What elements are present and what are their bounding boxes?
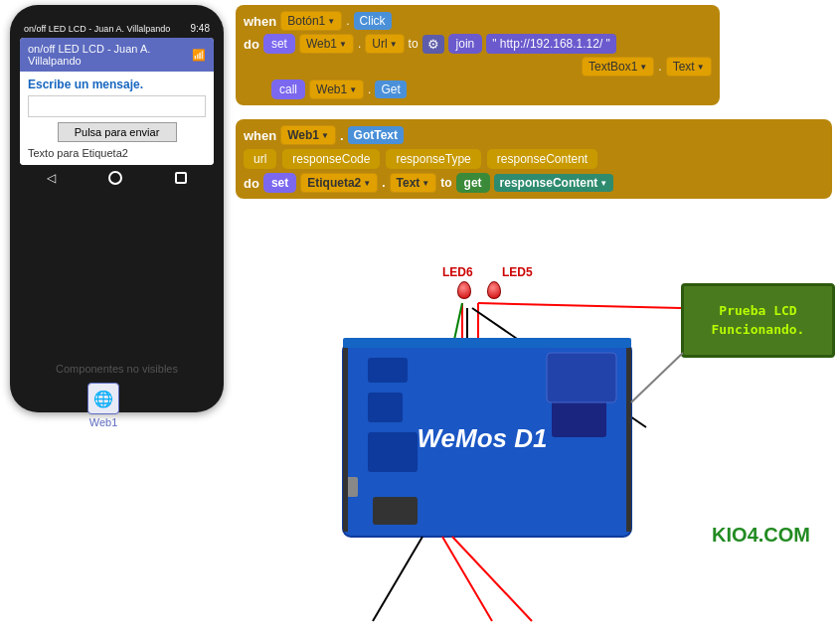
lcd-text-2: Funcionando. bbox=[712, 321, 805, 339]
web1-label: Web1 bbox=[89, 416, 118, 428]
phone-body: on/off LED LCD - Juan A. Villalpando 9:4… bbox=[10, 5, 224, 412]
gottext-container: when Web1 ▼ . GotText url responseCode r… bbox=[236, 119, 832, 199]
time-display: 9:48 bbox=[191, 23, 210, 34]
join-block: join bbox=[448, 34, 483, 54]
svg-line-21 bbox=[631, 353, 683, 402]
home-button[interactable] bbox=[108, 171, 122, 185]
svg-rect-12 bbox=[552, 383, 606, 437]
phone-screen: on/off LED LCD - Juan A. Villalpando 📶 E… bbox=[20, 38, 214, 165]
svg-rect-7 bbox=[343, 338, 631, 348]
block-row-set-url: do set Web1 ▼ . Url ▼ to ⚙ join " http:/… bbox=[244, 34, 712, 54]
response-content-get-pill[interactable]: responseContent ▼ bbox=[494, 174, 614, 192]
svg-line-5 bbox=[413, 303, 462, 532]
gottext-header: when Web1 ▼ . GotText bbox=[244, 125, 824, 145]
web1-pill-2[interactable]: Web1 ▼ bbox=[309, 79, 364, 99]
web1-arrow-3: ▼ bbox=[321, 131, 329, 140]
led6-label: LED6 bbox=[442, 265, 473, 279]
block-row-call: call Web1 ▼ . Get bbox=[271, 79, 712, 99]
response-code-pill: responseCode bbox=[282, 149, 380, 169]
message-textbox[interactable] bbox=[28, 95, 206, 117]
svg-rect-9 bbox=[368, 358, 408, 383]
set-block-1: set bbox=[263, 34, 295, 54]
svg-line-4 bbox=[472, 308, 646, 427]
text-pill-1[interactable]: Text ▼ bbox=[666, 57, 712, 77]
block-row-textbox: TextBox1 ▼ . Text ▼ bbox=[582, 57, 712, 77]
led5-label: LED5 bbox=[502, 265, 533, 279]
svg-text:WeMos D1: WeMos D1 bbox=[418, 423, 548, 453]
svg-rect-14 bbox=[343, 477, 358, 497]
phone-app-bar: on/off LED LCD - Juan A. Villalpando 📶 bbox=[20, 38, 214, 72]
etiqueta2-label: Texto para Etiqueta2 bbox=[28, 147, 206, 159]
svg-line-19 bbox=[442, 537, 492, 621]
led5-indicator bbox=[487, 281, 501, 299]
block-group-click: when Botón1 ▼ . Click do set Web1 ▼ . Ur… bbox=[236, 5, 720, 105]
text-arrow-2: ▼ bbox=[421, 179, 429, 188]
kio4-label: KIO4.COM bbox=[712, 524, 810, 547]
svg-rect-13 bbox=[373, 497, 418, 525]
textbox1-pill[interactable]: TextBox1 ▼ bbox=[582, 57, 654, 77]
send-button[interactable]: Pulsa para enviar bbox=[58, 122, 177, 142]
hardware-area: LED6 LED5 Prueba LCD Funcionando. WeMos … bbox=[293, 253, 840, 626]
when-keyword-1: when bbox=[244, 14, 276, 29]
phone-content: Escribe un mensaje. Pulsa para enviar Te… bbox=[20, 72, 214, 165]
text-pill-2[interactable]: Text ▼ bbox=[390, 173, 437, 193]
gottext-pill[interactable]: GotText bbox=[348, 126, 404, 144]
svg-rect-6 bbox=[343, 343, 631, 537]
escribe-label: Escribe un mensaje. bbox=[28, 78, 206, 91]
web1-pill-3[interactable]: Web1 ▼ bbox=[280, 125, 336, 145]
lcd-text-1: Prueba LCD bbox=[719, 302, 796, 320]
to-keyword-1: to bbox=[409, 37, 419, 51]
url-pill[interactable]: Url ▼ bbox=[365, 34, 404, 54]
get-pill[interactable]: Get bbox=[375, 80, 406, 98]
url-string: " http://192.168.1.12/ " bbox=[486, 34, 616, 54]
text-arrow-1: ▼ bbox=[697, 63, 705, 72]
blocks-area: when Botón1 ▼ . Click do set Web1 ▼ . Ur… bbox=[236, 5, 832, 199]
web1-pill-1[interactable]: Web1 ▼ bbox=[299, 34, 354, 54]
lcd-display: Prueba LCD Funcionando. bbox=[681, 283, 835, 358]
boton1-arrow: ▼ bbox=[327, 17, 335, 26]
svg-rect-11 bbox=[368, 432, 418, 472]
etiqueta2-pill[interactable]: Etiqueta2 ▼ bbox=[300, 173, 378, 193]
click-pill[interactable]: Click bbox=[354, 12, 392, 30]
back-button[interactable]: ◁ bbox=[47, 171, 56, 185]
phone-mockup: on/off LED LCD - Juan A. Villalpando 9:4… bbox=[10, 5, 224, 412]
block-row-when: when Botón1 ▼ . Click bbox=[244, 11, 712, 31]
phone-app-title: on/off LED LCD - Juan A. Villalpando bbox=[28, 43, 192, 67]
call-block: call bbox=[271, 79, 305, 99]
svg-rect-15 bbox=[547, 353, 616, 402]
gottext-vars: url responseCode responseType responseCo… bbox=[244, 149, 824, 169]
url-arrow: ▼ bbox=[390, 40, 398, 49]
do-keyword-1: do bbox=[244, 37, 259, 52]
textbox1-arrow: ▼ bbox=[639, 63, 647, 72]
etiqueta2-arrow: ▼ bbox=[363, 179, 371, 188]
invisible-components-label: Componentes no visibles bbox=[10, 363, 224, 375]
response-type-pill: responseType bbox=[386, 149, 480, 169]
block-group-gottext: when Web1 ▼ . GotText url responseCode r… bbox=[236, 119, 832, 199]
phone-nav-bar: ◁ bbox=[20, 165, 214, 187]
status-bar: on/off LED LCD - Juan A. Villalpando 9:4… bbox=[20, 23, 214, 38]
response-content-arrow: ▼ bbox=[599, 179, 607, 188]
led6-indicator bbox=[457, 281, 471, 299]
leds-container bbox=[457, 281, 501, 299]
svg-rect-10 bbox=[368, 393, 403, 422]
wifi-icon: 📶 bbox=[192, 49, 206, 62]
set-block-2: set bbox=[263, 173, 296, 193]
svg-line-20 bbox=[452, 537, 532, 621]
recent-button[interactable] bbox=[175, 172, 187, 184]
web1-icon: 🌐 bbox=[87, 383, 119, 414]
response-content-pill: responseContent bbox=[487, 149, 597, 169]
get-block: get bbox=[456, 173, 490, 193]
app-title-small: on/off LED LCD - Juan A. Villalpando bbox=[24, 24, 170, 34]
svg-rect-17 bbox=[626, 348, 631, 532]
web1-arrow-1: ▼ bbox=[339, 40, 347, 49]
web1-component: 🌐 Web1 bbox=[87, 383, 119, 428]
boton1-pill[interactable]: Botón1 ▼ bbox=[280, 11, 342, 31]
url-var-pill: url bbox=[244, 149, 276, 169]
svg-rect-16 bbox=[343, 348, 348, 532]
svg-line-2 bbox=[478, 303, 681, 308]
gottext-do-row: do set Etiqueta2 ▼ . Text ▼ to get bbox=[244, 173, 824, 193]
web1-arrow-2: ▼ bbox=[349, 85, 357, 94]
svg-line-18 bbox=[373, 537, 422, 621]
gear-icon: ⚙ bbox=[422, 35, 444, 54]
